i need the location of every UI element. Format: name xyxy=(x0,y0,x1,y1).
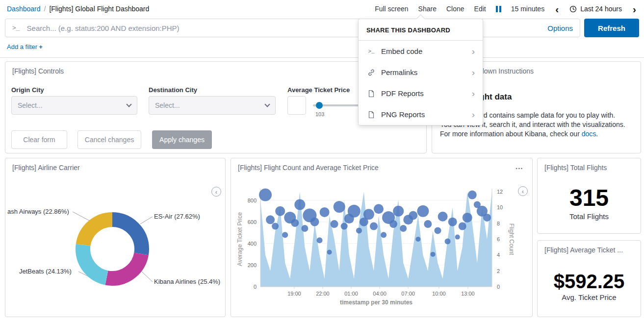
svg-text:04:00: 04:00 xyxy=(373,291,386,297)
breadcrumb-dashboard[interactable]: Dashboard xyxy=(7,5,41,13)
breadcrumb: Dashboard / [Flights] Global Flight Dash… xyxy=(7,5,149,13)
svg-text:600: 600 xyxy=(248,219,257,225)
svg-text:01:00: 01:00 xyxy=(344,291,358,297)
document-icon xyxy=(366,111,376,119)
chevron-down-icon xyxy=(126,101,131,107)
svg-text:0: 0 xyxy=(497,284,500,290)
price-min-input[interactable] xyxy=(287,96,306,115)
time-range-label: Last 24 hours xyxy=(580,5,622,13)
add-filter-label: Add a filter xyxy=(7,43,37,50)
document-icon xyxy=(366,90,376,98)
time-range-button[interactable]: Last 24 hours xyxy=(569,5,622,13)
panel-title: [Flights] Airline Carrier xyxy=(5,158,225,172)
ticket-price-label: Average Ticket Price xyxy=(287,86,350,94)
share-menu-item-permalinks[interactable]: Permalinks › xyxy=(359,62,483,83)
metric-label: Avg. Ticket Price xyxy=(562,293,616,301)
svg-text:22:00: 22:00 xyxy=(316,291,330,297)
options-link[interactable]: Options xyxy=(547,24,573,32)
top-nav-menu: Full screen Share Clone Edit 15 minutes … xyxy=(375,4,637,14)
svg-text:timestamp per 30 minutes: timestamp per 30 minutes xyxy=(340,299,412,306)
panel-title: [Flights] Average Ticket ... xyxy=(538,241,641,254)
metric-value: 315 xyxy=(569,186,609,210)
clone-button[interactable]: Clone xyxy=(446,5,464,13)
refresh-interval-button[interactable]: 15 minutes xyxy=(511,5,544,13)
link-icon xyxy=(366,69,376,76)
panel-title: [Flights] Total Flights xyxy=(538,158,641,172)
donut-chart xyxy=(5,173,225,310)
svg-text:10:00: 10:00 xyxy=(432,291,446,297)
svg-text:13:00: 13:00 xyxy=(461,291,475,297)
time-back-chevron-icon[interactable]: ‹ xyxy=(554,4,560,14)
menu-item-label: Embed code xyxy=(381,47,472,55)
svg-text:Flight Count: Flight Count xyxy=(508,224,515,255)
apply-changes-button[interactable]: Apply changes xyxy=(152,130,212,149)
svg-text:4: 4 xyxy=(497,252,500,258)
bubble-area-chart: 020040060080002468101219:0022:0001:0004:… xyxy=(235,183,529,310)
chevron-right-icon: › xyxy=(472,89,475,98)
share-button[interactable]: Share xyxy=(418,5,437,13)
dashboard-grid: [Flights] Controls Origin City Select...… xyxy=(0,58,644,323)
time-forward-chevron-icon[interactable]: › xyxy=(632,4,637,14)
pause-icon[interactable] xyxy=(496,6,501,12)
full-screen-button[interactable]: Full screen xyxy=(375,5,408,13)
pie-label-es-air: ES-Air (27.62%) xyxy=(154,213,200,220)
svg-text:12: 12 xyxy=(497,189,503,195)
search-box: >_ Options xyxy=(5,19,580,37)
chevron-right-icon: › xyxy=(472,47,475,56)
menu-item-label: PNG Reports xyxy=(381,110,472,119)
svg-text:800: 800 xyxy=(248,198,257,203)
destination-city-placeholder: Select... xyxy=(155,101,180,109)
cancel-changes-button[interactable]: Cancel changes xyxy=(77,130,141,149)
share-popover: SHARE THIS DASHBOARD >_ Embed code › Per… xyxy=(358,19,483,125)
panel-title: [Flights] Flight Count and Average Ticke… xyxy=(231,158,506,172)
pie-label-kibana-airlines: Kibana Airlines (25.4%) xyxy=(154,278,220,285)
share-menu-item-embed-code[interactable]: >_ Embed code › xyxy=(359,41,483,62)
panel-average-ticket-price: [Flights] Average Ticket ... $592.25 Avg… xyxy=(537,240,641,317)
clock-icon xyxy=(569,5,577,13)
svg-text:2: 2 xyxy=(497,268,500,274)
price-slider-value: 103 xyxy=(315,111,324,117)
share-menu-item-png-reports[interactable]: PNG Reports › xyxy=(359,104,483,125)
svg-text:8: 8 xyxy=(497,221,500,226)
top-nav: Dashboard / [Flights] Global Flight Dash… xyxy=(0,0,644,18)
price-slider-handle[interactable] xyxy=(316,102,323,109)
svg-text:0: 0 xyxy=(254,284,257,290)
share-menu-item-pdf-reports[interactable]: PDF Reports › xyxy=(359,83,483,104)
metric-label: Total Flights xyxy=(569,212,609,221)
query-bar: >_ Options Refresh xyxy=(0,18,644,38)
svg-text:400: 400 xyxy=(248,241,257,247)
metric: $592.25 Avg. Ticket Price xyxy=(538,255,641,317)
edit-button[interactable]: Edit xyxy=(474,5,486,13)
breadcrumb-current: [Flights] Global Flight Dashboard xyxy=(49,5,149,13)
menu-item-label: PDF Reports xyxy=(381,89,472,98)
panel-total-flights: [Flights] Total Flights 315 Total Flight… xyxy=(537,158,641,234)
origin-city-select[interactable]: Select... xyxy=(11,96,137,115)
markdown-line-3: For more information about Kibana, check… xyxy=(440,130,634,138)
svg-text:Average Ticket Price: Average Ticket Price xyxy=(236,212,243,266)
markdown-line-3-text: For more information about Kibana, check… xyxy=(440,130,582,138)
docs-link[interactable]: docs xyxy=(582,130,596,138)
menu-item-label: Permalinks xyxy=(381,68,472,76)
chevron-right-icon: › xyxy=(472,68,475,77)
pie-label-jetbeats: JetBeats (24.13%) xyxy=(19,268,72,275)
destination-city-select[interactable]: Select... xyxy=(149,96,276,115)
refresh-button[interactable]: Refresh xyxy=(584,19,639,37)
svg-text:200: 200 xyxy=(248,262,257,268)
chevron-right-icon: › xyxy=(472,110,475,119)
svg-text:10: 10 xyxy=(497,204,503,210)
console-icon: >_ xyxy=(366,49,376,54)
console-icon: >_ xyxy=(12,25,20,32)
panel-flight-count-price: [Flights] Flight Count and Average Ticke… xyxy=(231,158,533,317)
origin-city-placeholder: Select... xyxy=(18,101,43,109)
svg-text:6: 6 xyxy=(497,236,500,242)
panel-options-icon[interactable]: ••• xyxy=(516,166,523,171)
destination-city-label: Destination City xyxy=(149,86,197,94)
panel-airline-carrier: [Flights] Airline Carrier ‹ ash Airways … xyxy=(5,158,226,317)
markdown-line-3-suffix: . xyxy=(596,130,598,138)
svg-text:07:00: 07:00 xyxy=(401,291,415,297)
chevron-down-icon xyxy=(264,101,270,107)
clear-form-button[interactable]: Clear form xyxy=(11,130,67,149)
add-filter-button[interactable]: Add a filter+ xyxy=(7,43,43,50)
plus-icon: + xyxy=(39,43,43,50)
pie-label-logstash-airways: ash Airways (22.86%) xyxy=(7,208,69,215)
